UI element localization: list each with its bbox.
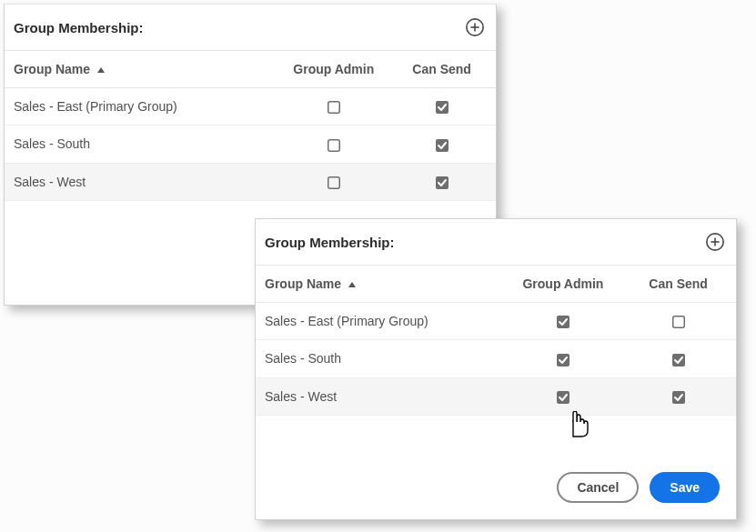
- svg-rect-15: [672, 316, 684, 328]
- group-name-cell: Sales - West: [256, 377, 506, 415]
- col-header-send[interactable]: Can Send: [620, 266, 736, 303]
- group-name-cell: Sales - East (Primary Group): [256, 303, 506, 340]
- group-name-cell: Sales - East (Primary Group): [5, 88, 279, 125]
- svg-marker-13: [348, 282, 356, 287]
- can-send-checkbox[interactable]: [436, 101, 449, 114]
- section-title: Group Membership:: [265, 235, 395, 250]
- group-admin-cell: [506, 303, 621, 340]
- can-send-checkbox[interactable]: [672, 391, 685, 404]
- group-admin-cell: [506, 340, 621, 377]
- save-button[interactable]: Save: [650, 472, 720, 503]
- group-admin-cell: [279, 125, 388, 163]
- table-row: Sales - South: [256, 340, 736, 377]
- can-send-checkbox[interactable]: [436, 176, 449, 189]
- group-name-cell: Sales - West: [5, 163, 279, 200]
- col-header-name[interactable]: Group Name: [256, 266, 506, 303]
- can-send-cell: [620, 303, 736, 340]
- group-admin-cell: [279, 163, 388, 200]
- svg-rect-4: [328, 102, 340, 114]
- group-table: Group Name Group Admin Can Send Sales - …: [256, 265, 736, 416]
- svg-marker-3: [97, 67, 105, 73]
- can-send-checkbox[interactable]: [672, 316, 685, 328]
- group-admin-cell: [279, 88, 388, 125]
- group-admin-checkbox[interactable]: [557, 391, 570, 404]
- group-table: Group Name Group Admin Can Send Sales - …: [5, 50, 496, 201]
- cancel-button[interactable]: Cancel: [557, 472, 639, 503]
- col-header-admin[interactable]: Group Admin: [279, 51, 388, 88]
- group-membership-panel-after: Group Membership: Group Name Gr: [255, 218, 737, 520]
- col-header-admin[interactable]: Group Admin: [506, 266, 621, 303]
- can-send-cell: [620, 340, 736, 377]
- can-send-cell: [388, 88, 496, 125]
- can-send-cell: [388, 163, 496, 200]
- group-admin-cell: [506, 377, 621, 415]
- col-header-name[interactable]: Group Name: [5, 51, 279, 88]
- sort-asc-icon: [97, 67, 105, 73]
- can-send-checkbox[interactable]: [672, 354, 685, 366]
- section-title: Group Membership:: [14, 20, 144, 35]
- plus-circle-icon: [705, 232, 725, 252]
- table-row: Sales - West: [256, 377, 736, 415]
- table-row: Sales - East (Primary Group): [256, 303, 736, 340]
- can-send-checkbox[interactable]: [436, 139, 449, 152]
- group-admin-checkbox[interactable]: [328, 176, 340, 189]
- add-group-button[interactable]: [465, 17, 485, 37]
- add-group-button[interactable]: [705, 232, 725, 252]
- can-send-cell: [620, 377, 736, 415]
- group-name-cell: Sales - South: [256, 340, 506, 377]
- group-admin-checkbox[interactable]: [557, 354, 570, 366]
- svg-rect-6: [328, 139, 340, 151]
- sort-asc-icon: [348, 282, 356, 287]
- dialog-footer: Cancel Save: [557, 472, 720, 503]
- table-row: Sales - East (Primary Group): [5, 88, 496, 125]
- group-admin-checkbox[interactable]: [557, 316, 570, 328]
- plus-circle-icon: [465, 17, 485, 37]
- can-send-cell: [388, 125, 496, 163]
- svg-rect-8: [328, 177, 340, 189]
- group-name-cell: Sales - South: [5, 125, 279, 163]
- table-row: Sales - West: [5, 163, 496, 200]
- group-admin-checkbox[interactable]: [328, 139, 340, 152]
- group-admin-checkbox[interactable]: [328, 101, 340, 114]
- col-header-send[interactable]: Can Send: [388, 51, 496, 88]
- table-row: Sales - South: [5, 125, 496, 163]
